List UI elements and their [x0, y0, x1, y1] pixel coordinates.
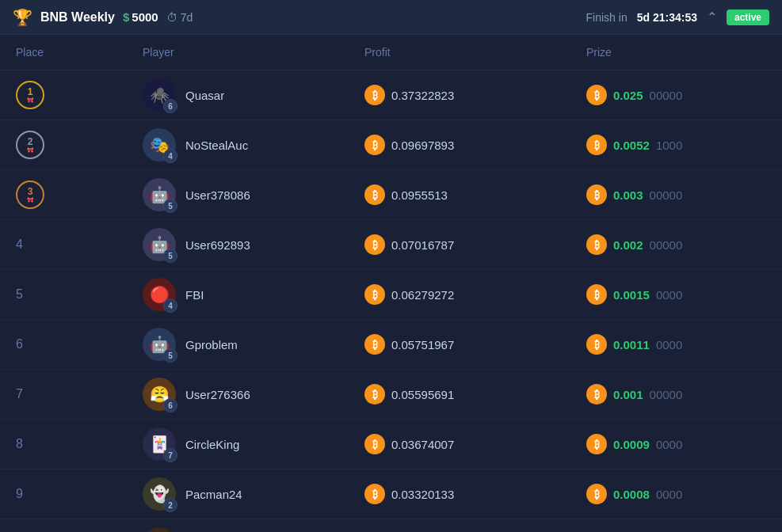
table-row: 5 🔴 4 FBI ₿ 0.06279272 ₿ 0.00150000	[0, 270, 782, 320]
prize-dim: 00000	[650, 388, 683, 401]
prize-green: 0.0009	[613, 438, 650, 451]
prize-dim: 00000	[650, 238, 683, 252]
clock-icon: ⏱	[166, 11, 177, 24]
contest-duration: ⏱ 7d	[166, 11, 193, 24]
avatar-level: 7	[163, 448, 177, 462]
avatar-wrapper: 🔴 4	[143, 278, 176, 311]
prize-green: 0.002	[613, 238, 643, 252]
btc-icon-profit: ₿	[364, 334, 385, 355]
place-cell: 6	[16, 337, 143, 352]
player-name: User692893	[185, 238, 250, 252]
prize-dim: 00000	[650, 89, 683, 102]
avatar-wrapper: 🤖 5	[143, 328, 176, 361]
profit-value: 0.09697893	[391, 139, 454, 152]
trophy-icon: 🏆	[13, 8, 32, 27]
chevron-up-icon[interactable]: ⌃	[707, 10, 717, 25]
avatar-level: 5	[163, 348, 177, 363]
place-number: 9	[16, 487, 23, 501]
player-cell: 🔴 4 FBI	[143, 278, 364, 311]
table-row: 9 👻 2 Pacman24 ₿ 0.03320133 ₿ 0.00080000	[0, 469, 782, 519]
profit-cell: ₿ 0.37322823	[364, 85, 586, 105]
player-cell: 🤖 5 Gproblem	[143, 328, 364, 361]
avatar-level: 5	[163, 199, 177, 213]
avatar-level: 4	[163, 298, 177, 313]
col-prize: Prize	[586, 46, 766, 59]
btc-icon-prize: ₿	[586, 284, 607, 305]
prize-green: 0.003	[613, 188, 643, 202]
prize-dim: 00000	[650, 188, 683, 202]
prize-amount: $ 5000	[123, 10, 158, 24]
player-name: FBI	[185, 288, 204, 302]
btc-icon-profit: ₿	[364, 234, 385, 255]
player-cell: 🃏 7 CircleKing	[143, 428, 364, 461]
prize-green: 0.0008	[613, 488, 650, 501]
avatar-wrapper: 👻 2	[143, 477, 176, 511]
player-cell: 🕷️ 6 Quasar	[143, 78, 364, 112]
prize-cell: ₿ 0.00080000	[586, 484, 766, 504]
player-cell: 🤖 5 User692893	[143, 228, 364, 261]
player-name: Pacman24	[185, 488, 242, 501]
profit-value: 0.03320133	[391, 488, 454, 501]
bronze-medal: 3 🎀	[16, 180, 44, 209]
avatar-level: 6	[163, 398, 177, 412]
profit-cell: ₿ 0.03320133	[364, 484, 586, 504]
btc-icon-profit: ₿	[364, 85, 385, 105]
prize-green: 0.025	[613, 89, 643, 102]
prize-green: 0.0011	[613, 338, 650, 352]
profit-value: 0.05751967	[391, 338, 454, 352]
prize-cell: ₿ 0.00100000	[586, 384, 766, 405]
header-right: Finish in 5d 21:34:53 ⌃ active	[586, 10, 769, 25]
prize-cell: ₿ 0.00150000	[586, 284, 766, 305]
profit-cell: ₿ 0.05595691	[364, 384, 586, 405]
place-cell: 8	[16, 437, 143, 451]
table-row: 3 🎀 🤖 5 User378086 ₿ 0.0955513 ₿ 0.00300…	[0, 170, 782, 220]
prize-dim: 0000	[656, 338, 682, 352]
prize-cell: ₿ 0.00521000	[586, 135, 766, 155]
prize-green: 0.001	[613, 388, 643, 401]
avatar: 🦊	[143, 527, 176, 532]
profit-value: 0.05595691	[391, 388, 454, 401]
player-cell: 👻 2 Pacman24	[143, 477, 364, 511]
player-name: User378086	[185, 188, 250, 202]
avatar-wrapper: 🕷️ 6	[143, 78, 176, 112]
table-row: 6 🤖 5 Gproblem ₿ 0.05751967 ₿ 0.00110000	[0, 320, 782, 370]
profit-cell: ₿ 0.07016787	[364, 234, 586, 255]
header-left: 🏆 BNB Weekly $ 5000 ⏱ 7d	[13, 8, 586, 27]
btc-icon-profit: ₿	[364, 434, 385, 454]
prize-cell: ₿ 0.00200000	[586, 234, 766, 255]
prize-green: 0.0015	[613, 288, 650, 302]
btc-icon-prize: ₿	[586, 334, 607, 355]
place-cell: 1 🎀	[16, 81, 143, 109]
prize-cell: ₿ 0.00300000	[586, 184, 766, 205]
prize-dim: 1000	[656, 139, 682, 152]
place-number: 4	[16, 238, 23, 252]
player-name: User276366	[185, 388, 250, 401]
profit-value: 0.03674007	[391, 438, 454, 451]
btc-icon-prize: ₿	[586, 184, 607, 205]
prize-cell: ₿ 0.02500000	[586, 85, 766, 105]
finish-label: Finish in	[586, 11, 628, 24]
btc-icon-prize: ₿	[586, 135, 607, 155]
prize-dim: 0000	[656, 288, 682, 302]
profit-value: 0.07016787	[391, 238, 454, 252]
avatar-wrapper: 🎭 4	[143, 128, 176, 162]
silver-medal: 2 🎀	[16, 131, 44, 159]
player-name: Gproblem	[185, 338, 238, 352]
profit-cell: ₿ 0.03674007	[364, 434, 586, 454]
profit-cell: ₿ 0.0955513	[364, 184, 586, 205]
btc-icon-prize: ₿	[586, 384, 607, 405]
profit-value: 0.06279272	[391, 288, 454, 302]
btc-icon-profit: ₿	[364, 484, 385, 504]
btc-icon-profit: ₿	[364, 284, 385, 305]
gold-medal: 1 🎀	[16, 81, 44, 109]
btc-icon-prize: ₿	[586, 234, 607, 255]
place-number: 6	[16, 337, 23, 352]
place-cell: 7	[16, 387, 143, 401]
profit-cell: ₿ 0.09697893	[364, 135, 586, 155]
place-cell: 2 🎀	[16, 131, 143, 159]
avatar-wrapper: 🤖 5	[143, 228, 176, 261]
place-cell: 3 🎀	[16, 180, 143, 209]
table-row: 8 🃏 7 CircleKing ₿ 0.03674007 ₿ 0.000900…	[0, 420, 782, 469]
player-cell: 🦊 4 Btcbrown19	[143, 527, 364, 532]
finish-timer: 5d 21:34:53	[637, 11, 697, 24]
